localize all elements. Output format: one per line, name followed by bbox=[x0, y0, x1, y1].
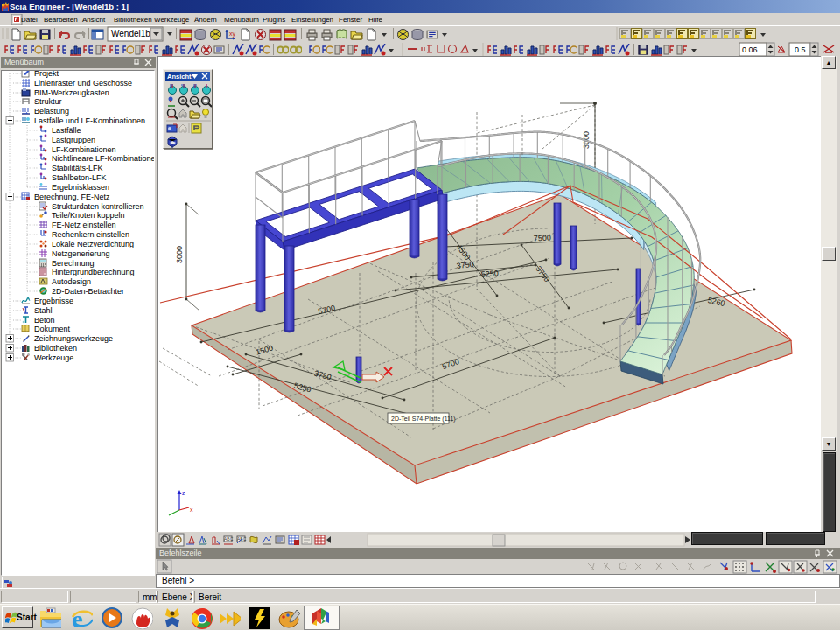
svg-text:Ergebnisklassen: Ergebnisklassen bbox=[52, 183, 109, 192]
svg-text:BIM-Werkzeugkasten: BIM-Werkzeugkasten bbox=[34, 88, 109, 97]
svg-text:Zeichnungswerkzeuge: Zeichnungswerkzeuge bbox=[34, 334, 113, 343]
svg-text:Ergebnisse: Ergebnisse bbox=[34, 297, 74, 305]
svg-text:Lastgruppen: Lastgruppen bbox=[52, 136, 95, 144]
svg-text:Stabilitäts-LFK: Stabilitäts-LFK bbox=[52, 164, 103, 172]
svg-text:z: z bbox=[182, 490, 186, 496]
svg-text:7500: 7500 bbox=[534, 233, 552, 242]
svg-text:Hintergrundberechnung: Hintergrundberechnung bbox=[52, 268, 135, 276]
svg-text:Dokument: Dokument bbox=[34, 325, 71, 333]
svg-text:Stahlbeton-LFK: Stahlbeton-LFK bbox=[52, 173, 107, 182]
svg-text:2D-Daten-Betrachter: 2D-Daten-Betrachter bbox=[52, 287, 124, 296]
svg-text:Belastung: Belastung bbox=[34, 107, 69, 116]
svg-text:Berechnung, FE-Netz: Berechnung, FE-Netz bbox=[34, 192, 110, 201]
svg-text:Linienraster und Geschosse: Linienraster und Geschosse bbox=[34, 79, 132, 88]
svg-text:Lastfälle und LF-Kombinationen: Lastfälle und LF-Kombinationen bbox=[34, 116, 145, 125]
svg-text:Struktur: Struktur bbox=[34, 97, 62, 106]
svg-text:Stahl: Stahl bbox=[34, 306, 52, 315]
svg-text:Werkzeuge: Werkzeuge bbox=[34, 354, 74, 362]
svg-text:Rechenkern einstellen: Rechenkern einstellen bbox=[52, 230, 130, 239]
svg-text:Netzgenerierung: Netzgenerierung bbox=[52, 249, 110, 258]
svg-text:Lastfälle: Lastfälle bbox=[52, 126, 81, 135]
svg-text:2D-Teil S74-Platte (111): 2D-Teil S74-Platte (111) bbox=[391, 416, 456, 423]
svg-text:LF-Kombinationen: LF-Kombinationen bbox=[52, 145, 116, 154]
svg-text:Autodesign: Autodesign bbox=[52, 277, 91, 286]
svg-text:Teile/Knoten koppeln: Teile/Knoten koppeln bbox=[52, 211, 125, 220]
svg-text:Beton: Beton bbox=[34, 316, 55, 325]
svg-text:0.5: 0.5 bbox=[794, 46, 806, 54]
svg-text:Bibliotheken: Bibliotheken bbox=[34, 344, 77, 353]
svg-text:ABC: ABC bbox=[237, 536, 247, 542]
svg-text:Wendel1b: Wendel1b bbox=[111, 29, 150, 38]
svg-text:Berechnung: Berechnung bbox=[52, 259, 94, 268]
svg-text:3000: 3000 bbox=[175, 246, 184, 263]
svg-text:Lokale Netzverdichtung: Lokale Netzverdichtung bbox=[52, 240, 134, 248]
svg-text:0.06..: 0.06.. bbox=[742, 46, 762, 54]
svg-text:Nichtlineare LF-Kombinationen: Nichtlineare LF-Kombinationen bbox=[52, 154, 154, 163]
svg-text:ABC: ABC bbox=[224, 536, 234, 542]
svg-text:FE-Netz einstellen: FE-Netz einstellen bbox=[52, 220, 116, 229]
svg-text:Projekt: Projekt bbox=[34, 71, 60, 78]
svg-text:3750: 3750 bbox=[456, 260, 474, 270]
svg-text:x: x bbox=[190, 507, 193, 513]
svg-text:Strukturdaten kontrollieren: Strukturdaten kontrollieren bbox=[52, 202, 144, 211]
